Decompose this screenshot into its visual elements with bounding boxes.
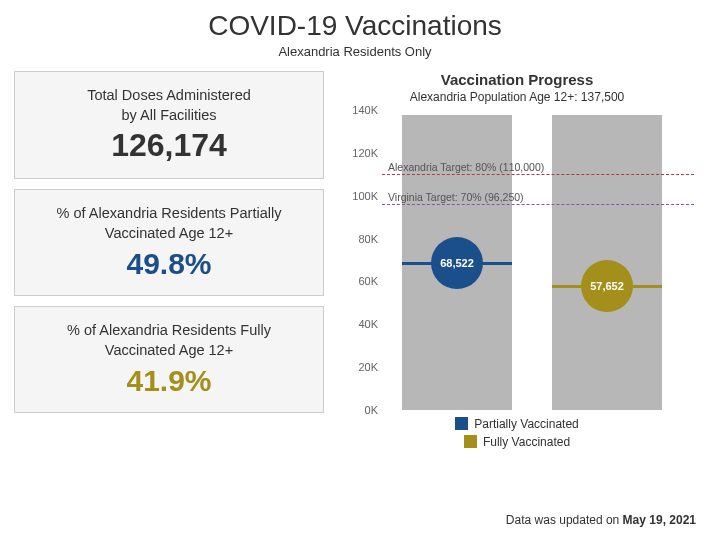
- legend-swatch-icon: [464, 435, 477, 448]
- chart-legend: Partially Vaccinated Fully Vaccinated: [338, 416, 696, 452]
- data-bubble: 68,522: [431, 237, 483, 289]
- card-value: 126,174: [23, 127, 315, 164]
- legend-item-partial: Partially Vaccinated: [455, 417, 579, 431]
- target-line: [382, 204, 694, 205]
- card-label: by All Facilities: [23, 106, 315, 126]
- footer-prefix: Data was updated on: [506, 513, 623, 527]
- card-value: 41.9%: [23, 364, 315, 398]
- card-label: % of Alexandria Residents Partially: [23, 204, 315, 224]
- target-line: [382, 174, 694, 175]
- footer-date: May 19, 2021: [623, 513, 696, 527]
- y-tick-label: 20K: [338, 361, 378, 373]
- y-tick-label: 80K: [338, 233, 378, 245]
- y-tick-label: 120K: [338, 147, 378, 159]
- legend-label: Partially Vaccinated: [474, 417, 579, 431]
- y-tick-label: 0K: [338, 404, 378, 416]
- chart-title: Vaccination Progress: [338, 71, 696, 88]
- chart-panel: Vaccination Progress Alexandria Populati…: [338, 71, 696, 452]
- card-total-doses: Total Doses Administered by All Faciliti…: [14, 71, 324, 179]
- target-label: Alexandria Target: 80% (110,000): [388, 161, 544, 173]
- legend-swatch-icon: [455, 417, 468, 430]
- card-label: % of Alexandria Residents Fully: [23, 321, 315, 341]
- kpi-panel: Total Doses Administered by All Faciliti…: [14, 71, 324, 452]
- y-tick-label: 60K: [338, 275, 378, 287]
- update-footer: Data was updated on May 19, 2021: [506, 513, 696, 527]
- card-full-pct: % of Alexandria Residents Fully Vaccinat…: [14, 306, 324, 413]
- page-title: COVID-19 Vaccinations: [0, 10, 710, 42]
- y-tick-label: 100K: [338, 190, 378, 202]
- y-tick-label: 140K: [338, 104, 378, 116]
- card-value: 49.8%: [23, 247, 315, 281]
- legend-item-full: Fully Vaccinated: [464, 435, 570, 449]
- y-tick-label: 40K: [338, 318, 378, 330]
- card-label: Vaccinated Age 12+: [23, 224, 315, 244]
- card-label: Vaccinated Age 12+: [23, 341, 315, 361]
- legend-label: Fully Vaccinated: [483, 435, 570, 449]
- card-label: Total Doses Administered: [23, 86, 315, 106]
- data-bubble: 57,652: [581, 260, 633, 312]
- chart-subtitle: Alexandria Population Age 12+: 137,500: [338, 90, 696, 104]
- chart-plot-area: 0K20K40K60K80K100K120K140K68,52257,652Al…: [382, 110, 688, 410]
- card-partial-pct: % of Alexandria Residents Partially Vacc…: [14, 189, 324, 296]
- target-label: Virginia Target: 70% (96,250): [388, 191, 524, 203]
- page-subtitle: Alexandria Residents Only: [0, 44, 710, 59]
